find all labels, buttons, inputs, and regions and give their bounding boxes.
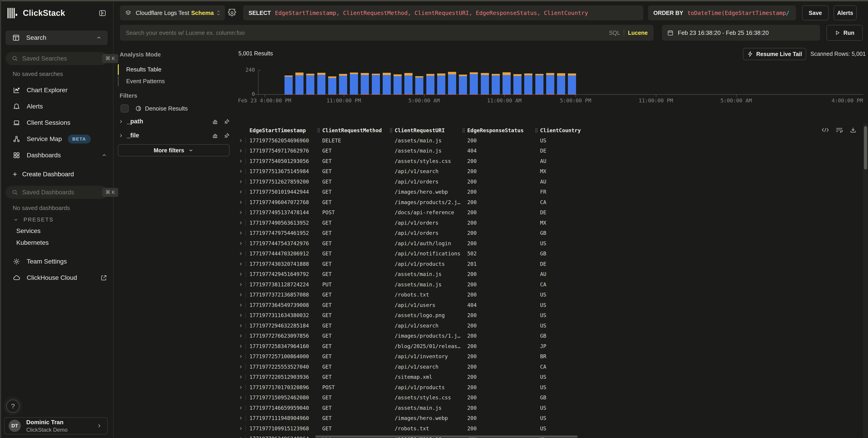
table-row[interactable]: 1771977444703206912 GET /api/v1/notifica… [235,248,868,259]
select-query-input[interactable]: SELECT EdgeStartTimestamp, ClientRequest… [243,5,644,20]
expand-row-chevron-icon[interactable] [235,207,249,218]
field-pin-icon[interactable] [224,132,230,139]
table-row[interactable]: 1771977429451649792 GET /assets/main.js … [235,269,868,279]
table-row[interactable]: 1771977540501293056 GET /assets/styles.c… [235,156,868,166]
chart-bar[interactable] [514,74,522,95]
vertical-scrollbar-track[interactable] [863,123,868,438]
expand-row-chevron-icon[interactable] [235,135,249,146]
sidebar-item-alerts[interactable]: Alerts [0,100,113,113]
resume-live-tail-button[interactable]: Resume Live Tail [743,48,806,60]
drag-handle-icon[interactable] [317,128,320,133]
table-row[interactable]: 1771977258347964160 GET /blog/2025/01/re… [235,341,868,351]
mode-event-patterns[interactable]: Event Patterns [126,78,234,85]
expand-row-chevron-icon[interactable] [235,321,249,331]
vertical-scrollbar-thumb[interactable] [864,126,867,169]
chart-bar[interactable] [328,76,336,95]
data-source-select[interactable]: Cloudflare Logs Test Schema [120,5,225,20]
chart-bar[interactable] [459,75,467,95]
expand-row-chevron-icon[interactable] [235,382,249,393]
more-filters-button[interactable]: More filters [118,144,229,157]
expand-row-chevron-icon[interactable] [235,279,249,290]
expand-row-chevron-icon[interactable] [235,238,249,248]
time-range-picker[interactable]: Feb 23 16:38:20 - Feb 25 16:38:20 [662,25,820,41]
table-row[interactable]: 1771977490563613952 GET /api/v1/orders 2… [235,217,868,228]
table-row[interactable]: 1771977276623097856 GET /images/products… [235,331,868,341]
drag-handle-icon[interactable] [535,128,538,133]
chart-bar[interactable] [426,74,434,95]
saved-searches-input[interactable] [22,55,102,62]
drag-handle-icon[interactable] [462,128,465,133]
table-row[interactable]: 1771977364549739008 GET /api/v1/users 40… [235,300,868,310]
event-search-input[interactable] [126,29,609,36]
horizontal-scrollbar-thumb[interactable] [315,436,578,438]
table-row[interactable]: 1771977495137478144 POST /docs/api-refer… [235,207,868,218]
table-row[interactable]: 1771977513675145984 GET /api/v1/search 2… [235,166,868,177]
table-row[interactable]: 1771977447543742976 GET /api/v1/auth/log… [235,238,868,248]
event-search-bar[interactable]: SQL Lucene [120,25,654,41]
preset-item[interactable]: Services [0,225,113,237]
alerts-button[interactable]: Alerts [834,5,857,20]
expand-row-chevron-icon[interactable] [235,413,249,424]
saved-dashboards-search[interactable]: ⌘ K [5,186,107,199]
chart-bar[interactable] [284,75,293,95]
expand-row-chevron-icon[interactable] [235,341,249,351]
chart-bar[interactable] [481,73,489,95]
saved-searches-search[interactable]: ⌘ K [5,52,107,65]
sidebar-item-chart-explorer[interactable]: Chart Explorer [0,83,113,97]
table-row[interactable]: 1771977225553527040 GET /api/v1/search 2… [235,362,868,372]
chart-bar[interactable] [448,72,456,95]
table-row[interactable]: 1771977479754461952 GET /api/v1/orders 2… [235,228,868,238]
expand-row-chevron-icon[interactable] [235,300,249,310]
lang-toggle-sql[interactable]: SQL [609,30,620,36]
source-settings-gear-icon[interactable] [228,9,236,17]
expand-row-chevron-icon[interactable] [235,269,249,279]
chart-bar[interactable] [361,73,369,95]
expand-row-chevron-icon[interactable] [235,197,249,207]
collapse-sidebar-icon[interactable] [99,9,106,17]
column-header[interactable]: EdgeResponseStatus [462,128,535,133]
table-row[interactable]: 1771977220512903936 GET /sitemap.xml 200… [235,372,868,382]
chart-bar[interactable] [502,72,511,95]
expand-row-chevron-icon[interactable] [235,423,249,434]
expand-row-chevron-icon[interactable] [235,187,249,197]
expand-row-chevron-icon[interactable] [235,403,249,413]
table-row[interactable]: 1771977496047072768 GET /images/products… [235,197,868,207]
table-row[interactable]: 1771977109915123968 GET /robots.txt 200 … [235,423,868,434]
expand-row-chevron-icon[interactable] [235,248,249,259]
chart-bar[interactable] [524,73,532,95]
preset-item[interactable]: Kubernetes [0,237,113,248]
table-row[interactable]: 1771977150952462080 GET /assets/styles.c… [235,393,868,403]
expand-row-chevron-icon[interactable] [235,351,249,362]
chart-bar[interactable] [557,73,565,95]
filter-field-path[interactable]: _path [118,118,230,125]
table-row[interactable]: 1771977512627859200 GET /api/v1/orders 2… [235,176,868,187]
run-button[interactable]: Run [827,25,863,41]
chart-bar[interactable] [415,76,423,95]
denoise-results-toggle[interactable]: Denoise Results [121,104,234,112]
expand-row-chevron-icon[interactable] [235,166,249,177]
table-row[interactable]: 1771977381128724224 PUT /assets/main.js … [235,279,868,290]
field-pin-icon[interactable] [224,119,230,125]
chart-bar[interactable] [437,73,445,95]
table-row[interactable]: 1771977170170320896 POST /api/v1/product… [235,382,868,393]
expand-row-chevron-icon[interactable] [235,228,249,238]
expand-row-chevron-icon[interactable] [235,310,249,321]
sidebar-item-search[interactable]: Search [5,31,107,45]
field-chart-icon[interactable] [212,119,218,125]
column-header[interactable]: ClientCountry [535,128,868,133]
expand-row-chevron-icon[interactable] [235,290,249,300]
chart-bar[interactable] [306,74,314,95]
expand-row-chevron-icon[interactable] [235,372,249,382]
sidebar-item-client-sessions[interactable]: Client Sessions [0,116,113,129]
chart-bar[interactable] [470,72,478,95]
chart-bar[interactable] [404,73,412,95]
table-row[interactable]: 1771977501019442944 GET /images/hero.web… [235,187,868,197]
saved-dashboards-input[interactable] [22,189,102,196]
help-button[interactable]: ? [6,400,20,413]
table-row[interactable]: 1771977549717662976 GET /assets/main.js … [235,146,868,156]
table-row[interactable]: 1771977372136857088 GET /robots.txt 200 … [235,290,868,300]
column-header[interactable]: ClientRequestURI [390,128,462,133]
expand-row-chevron-icon[interactable] [235,156,249,166]
expand-row-chevron-icon[interactable] [235,393,249,403]
table-row[interactable]: 1771977311634380032 GET /assets/logo.png… [235,310,868,321]
